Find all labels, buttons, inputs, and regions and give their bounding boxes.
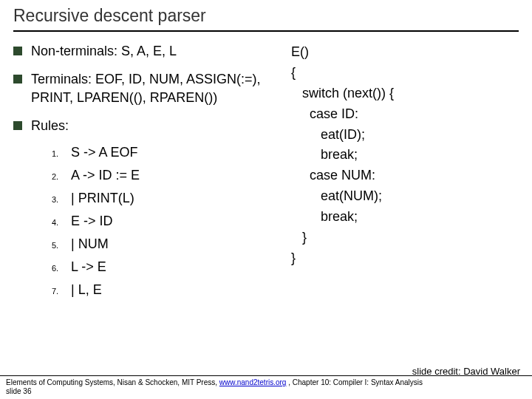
rule-text: A -> ID := E xyxy=(71,168,140,183)
rule-number: 5. xyxy=(52,241,71,250)
footer-prefix: Elements of Computing Systems, Nisan & S… xyxy=(6,378,219,386)
rule-number: 6. xyxy=(52,264,71,273)
rule-item: 1.S -> A EOF xyxy=(52,145,287,160)
content-columns: Non-terminals: S, A, E, L Terminals: EOF… xyxy=(13,42,519,305)
right-column: E() { switch (next()) { case ID: eat(ID)… xyxy=(287,42,519,305)
slide: Recursive descent parser Non-terminals: … xyxy=(0,0,532,399)
rule-item: 4.E -> ID xyxy=(52,214,287,229)
rule-text: S -> A EOF xyxy=(71,145,138,160)
rules-list: 1.S -> A EOF 2.A -> ID := E 3. | PRINT(L… xyxy=(52,145,287,298)
bullet-nonterminals: Non-terminals: S, A, E, L xyxy=(13,42,287,60)
rule-number: 3. xyxy=(52,195,71,204)
bullet-text: Non-terminals: S, A, E, L xyxy=(31,42,177,60)
rule-item: 3. | PRINT(L) xyxy=(52,191,287,206)
rule-item: 2.A -> ID := E xyxy=(52,168,287,183)
square-bullet-icon xyxy=(13,47,22,55)
rule-text: | L, E xyxy=(71,282,102,298)
slide-title: Recursive descent parser xyxy=(13,6,519,32)
footer: Elements of Computing Systems, Nisan & S… xyxy=(0,375,532,399)
rule-text: | NUM xyxy=(71,236,109,252)
bullet-rules: Rules: xyxy=(13,117,287,134)
square-bullet-icon xyxy=(13,121,22,130)
rule-number: 4. xyxy=(52,218,71,227)
left-column: Non-terminals: S, A, E, L Terminals: EOF… xyxy=(13,42,287,305)
code-block: E() { switch (next()) { case ID: eat(ID)… xyxy=(291,42,519,269)
footer-slide-number: slide 36 xyxy=(6,387,31,395)
footer-link[interactable]: www.nand2tetris.org xyxy=(219,378,287,386)
bullet-terminals: Terminals: EOF, ID, NUM, ASSIGN(:=), PRI… xyxy=(13,70,287,106)
rule-text: E -> ID xyxy=(71,214,113,229)
bullet-text: Terminals: EOF, ID, NUM, ASSIGN(:=), PRI… xyxy=(31,70,287,106)
rule-number: 1. xyxy=(52,149,71,158)
rule-number: 7. xyxy=(52,287,71,296)
rule-number: 2. xyxy=(52,172,71,181)
footer-suffix: , Chapter 10: Compiler I: Syntax Analysi… xyxy=(286,378,423,386)
rule-item: 6.L -> E xyxy=(52,259,287,275)
square-bullet-icon xyxy=(13,75,22,83)
rule-item: 5. | NUM xyxy=(52,236,287,252)
rule-text: | PRINT(L) xyxy=(71,191,134,206)
rule-text: L -> E xyxy=(71,259,106,275)
bullet-text: Rules: xyxy=(31,117,69,134)
rule-item: 7. | L, E xyxy=(52,282,287,298)
